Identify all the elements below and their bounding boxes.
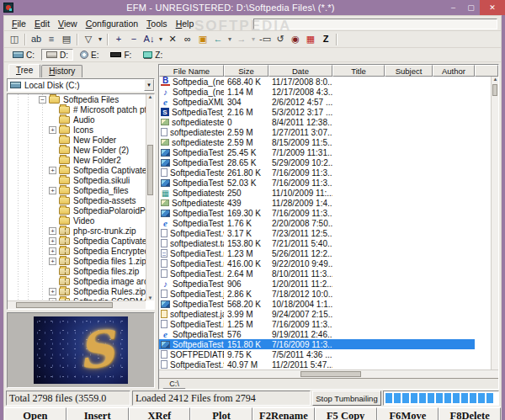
menu-tools[interactable]: Tools [142,18,172,29]
expand-icon[interactable]: + [49,237,56,245]
file-row[interactable]: SoftpediaTest.nc2.64 M8/10/2011 11:3... [159,268,498,279]
file-row[interactable]: softpediatested.tif2.59 M8/15/2009 11:5.… [159,137,498,147]
file-row[interactable]: SoftpediaTest.fa...40.97 M11/2/2011 5:47… [159,359,498,369]
tree-item[interactable]: +Softpedia Rules.zip [8,286,146,296]
f6-move-button[interactable]: F6 Move [377,407,439,420]
back-dropdown-icon[interactable]: ▾ [226,33,234,46]
tree-horizontal-scrollbar[interactable] [8,300,146,309]
tree-hscroll-thumb[interactable] [16,302,113,308]
drive-button-C[interactable]: C: [8,49,40,61]
forward-dropdown-icon[interactable]: ▾ [250,33,258,46]
tree-item[interactable]: New Folder (2) [8,145,146,155]
tree-vertical-scrollbar[interactable]: ▲ ▼ [146,94,154,300]
menu-help[interactable]: Help [172,18,199,29]
filter-dropdown-icon[interactable]: ▾ [97,33,104,46]
drive-button-D[interactable]: D: [41,49,73,61]
file-row[interactable]: SoftpediaTest.Gif151.80 K7/16/2009 11:3.… [159,339,498,349]
remove-icon[interactable]: − [127,33,141,46]
pin-icon[interactable]: -▭ [258,33,273,46]
file-row[interactable]: eSoftpediaXML.xml3042/6/2012 4:57 ... [159,97,498,107]
tree-item[interactable]: Video [8,215,146,226]
f8-delete-button[interactable]: F8 Delete [439,407,501,420]
red-grid-icon[interactable]: ▦ [304,33,318,46]
file-row[interactable]: SoftpediaTest.ico1.25 M7/16/2009 11:3... [159,319,498,329]
file-row[interactable]: SoftpediaTested...28.65 K5/29/2009 10:2.… [159,157,498,167]
f5-copy-button[interactable]: F5 Copy [315,407,377,420]
file-row[interactable]: SoftpediaTest1.Gif169.30 K7/16/2009 11:3… [159,208,498,218]
close-button[interactable]: ✕ [480,0,505,15]
expand-icon[interactable]: + [49,187,56,194]
tab-history[interactable]: History [41,65,82,77]
file-row[interactable]: SOFTPEDIATE...9.75 K7/5/2011 4:36 ... [159,349,498,359]
sort-dropdown-icon[interactable]: ▾ [157,33,165,46]
thumbnail-view-icon[interactable]: ▣ [196,33,210,46]
expand-icon[interactable]: + [49,247,56,255]
file-row[interactable]: SoftpediaTest.js2.86 K7/18/2012 10:0... [159,289,498,299]
column-header-extra[interactable] [475,65,498,77]
tree-item[interactable]: Audio [8,114,146,125]
file-row[interactable]: Softpediatested43911/28/2009 1:4... [159,198,498,208]
insert-button[interactable]: Insert [66,407,129,420]
menu-edit[interactable]: Edit [30,18,54,29]
file-row[interactable]: softpediatested.t...2.59 M1/27/2011 3:07… [159,127,498,137]
drive-combobox[interactable]: Local Disk (C:) ▾ [7,78,155,92]
tree-item[interactable]: +Softpedia_files [8,185,146,195]
list-hscroll-thumb[interactable] [300,371,361,377]
back-icon[interactable]: ← [211,33,226,46]
menu-quick-box[interactable] [253,19,497,29]
file-row[interactable]: softpediatested108/4/2011 12:38... [159,117,498,127]
file-row[interactable]: ♪Softpedia_(new)...1.14 M12/17/2008 4:3.… [159,87,498,97]
tree-item[interactable]: +Icons [8,125,146,135]
add-icon[interactable]: + [112,33,126,46]
column-header-title[interactable]: Title [332,65,385,77]
f2-rename-button[interactable]: F2 Rename [252,407,315,420]
open-button[interactable]: Open [4,407,66,420]
tree-item[interactable]: +Softpedia files 1.zip [8,256,146,266]
column-header-file-name[interactable]: File Name [159,65,224,77]
expand-icon[interactable]: + [49,288,56,295]
file-row[interactable]: SSoftpediaTest_...2.16 M5/3/2012 3:17 ..… [159,107,498,117]
file-row[interactable]: eSoftpediaTest.xml1.76 K2/20/2008 7:50..… [159,218,498,228]
file-row[interactable]: softpediatest.jar3.99 M9/24/2007 2:15... [159,309,498,319]
drive-button-Z[interactable]: Z: [138,49,167,61]
file-row[interactable]: softpediatest.tad153.80 K7/21/2011 5:40.… [159,238,498,248]
menu-file[interactable]: File [8,18,30,29]
file-row[interactable]: SoftpediaTest.rtf1.23 M5/26/2011 12:2... [159,248,498,258]
file-row[interactable]: ▦Softpediatested...25011/10/2009 11:... [159,188,498,198]
swirl-icon[interactable]: ↺ [274,33,288,46]
find-binoculars-icon[interactable]: ∞ [181,33,195,46]
expand-icon[interactable]: + [49,258,56,265]
column-header-size[interactable]: Size [224,65,268,77]
list-vertical-scrollbar[interactable]: ▲ [491,77,498,369]
tree-item[interactable]: # Microsoft patch pt des [8,104,146,114]
combobox-dropdown-icon[interactable]: ▾ [144,79,154,91]
column-header-author[interactable]: Author [433,65,475,77]
tree-item[interactable]: SoftpediaPolaroidPuzzle [8,205,146,215]
menu-configuration[interactable]: Configuration [82,18,142,29]
list-view-icon[interactable]: ≡ [45,33,59,46]
plot-button[interactable]: Plot [190,407,252,420]
z-icon[interactable]: Z [319,33,333,46]
eye-icon[interactable]: ◉ [289,33,303,46]
delete-icon[interactable]: ✕ [166,33,180,46]
tree-item[interactable]: −Softpedia Files [8,94,146,104]
column-header-date[interactable]: Date [268,65,332,77]
tree-vscroll-thumb[interactable] [147,145,153,195]
tree-item[interactable]: New Folder2 [8,155,146,165]
drive-button-F[interactable]: F: [105,49,136,61]
menu-view[interactable]: View [54,18,82,29]
file-row[interactable]: SoftpediaTested...52.03 K7/16/2009 11:3.… [159,178,498,188]
tree-item[interactable]: +Softpedia Captivate [8,165,146,175]
file-row[interactable]: SoftpediaTested...25.45 K7/1/2009 11:31.… [159,147,498,157]
drive-button-E[interactable]: E: [75,49,104,61]
tab-tree[interactable]: Tree [8,64,40,77]
tree-item[interactable]: Softpedia files.zip [8,266,146,276]
list-vscroll-thumb[interactable] [492,84,497,96]
file-row[interactable]: eSoftpediaTest.html5769/19/2011 2:46... [159,329,498,339]
expand-icon[interactable]: + [49,227,56,235]
tree-item[interactable]: Softpedia-assets [8,195,146,205]
collapse-icon[interactable]: − [39,96,46,104]
panes-icon[interactable]: ◫ [8,33,22,46]
minimize-button[interactable]: – [444,0,462,15]
stop-thumbnailing-button[interactable]: Stop Tumbnailing [312,391,381,406]
